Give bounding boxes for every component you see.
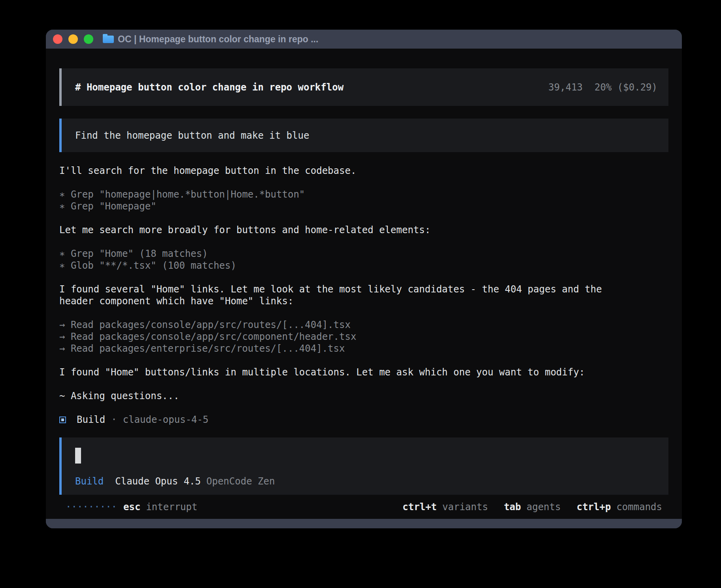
model-row: Build Claude Opus 4.5 OpenCode Zen (75, 475, 657, 487)
shortcut-agents: tab agents (504, 501, 561, 513)
tool-call-line: → Read packages/console/app/src/componen… (59, 331, 668, 343)
minimize-button[interactable] (68, 34, 78, 44)
status-bar-right: ctrl+t variants tab agents ctrl+p comman… (402, 501, 662, 513)
conversation: I'll search for the homepage button in t… (59, 165, 668, 426)
input-provider-label: OpenCode Zen (206, 475, 275, 487)
session-meta: 39,413 20% ($0.29) (548, 82, 657, 93)
tool-call-line: ∗ Grep "Homepage" (59, 200, 668, 212)
shortcut-key: tab (504, 501, 521, 513)
assistant-text: I found "Home" buttons/links in multiple… (59, 366, 668, 378)
shortcut-label: variants (442, 501, 488, 513)
context-cost: 20% ($0.29) (595, 82, 657, 93)
close-button[interactable] (53, 34, 62, 44)
assistant-text: Let me search more broadly for buttons a… (59, 224, 668, 236)
status-bar: ········· esc interrupt ctrl+t variants … (59, 500, 668, 514)
tool-calls-grep: ∗ Grep "homepage|home.*button|Home.*butt… (59, 188, 668, 212)
app-window: OC | Homepage button color change in rep… (46, 30, 682, 528)
shortcut-commands: ctrl+p commands (577, 501, 662, 513)
assistant-text: I'll search for the homepage button in t… (59, 165, 668, 177)
tool-call-line: → Read packages/enterprise/src/routes/[.… (59, 343, 668, 354)
text-cursor (75, 448, 81, 464)
prompt-input[interactable]: Build Claude Opus 4.5 OpenCode Zen (59, 437, 668, 495)
user-message: Find the homepage button and make it blu… (59, 119, 668, 152)
tool-calls-read: → Read packages/console/app/src/routes/[… (59, 319, 668, 354)
shortcut-interrupt: esc interrupt (123, 501, 197, 513)
agent-model: claude-opus-4-5 (123, 414, 209, 425)
titlebar: OC | Homepage button color change in rep… (46, 30, 682, 49)
input-model-label: Claude Opus 4.5 (115, 475, 201, 487)
tool-call-line: ∗ Glob "**/*.tsx" (100 matches) (59, 260, 668, 271)
session-title: # Homepage button color change in repo w… (75, 82, 344, 93)
session-header: # Homepage button color change in repo w… (59, 68, 668, 106)
agent-build-icon (59, 416, 66, 423)
shortcut-label: agents (527, 501, 561, 513)
shortcut-key: ctrl+t (402, 501, 437, 513)
assistant-text: I found several "Home" links. Let me loo… (59, 283, 668, 307)
zoom-button[interactable] (84, 34, 93, 44)
tool-call-line: ∗ Grep "Home" (18 matches) (59, 248, 668, 260)
user-message-text: Find the homepage button and make it blu… (75, 130, 309, 141)
tool-calls-search: ∗ Grep "Home" (18 matches) ∗ Glob "**/*.… (59, 248, 668, 271)
tool-call-line: → Read packages/console/app/src/routes/[… (59, 319, 668, 331)
shortcut-label: commands (616, 501, 662, 513)
shortcut-label: interrupt (146, 501, 197, 513)
window-bottom-edge (46, 519, 682, 528)
tool-call-line: ∗ Grep "homepage|home.*button|Home.*butt… (59, 188, 668, 200)
input-agent-label: Build (75, 475, 104, 487)
traffic-lights (53, 34, 93, 44)
agent-status: Build · claude-opus-4-5 (59, 414, 668, 426)
folder-icon (103, 36, 114, 43)
spinner-dots: ········· (66, 501, 117, 513)
shortcut-key: esc (123, 501, 140, 513)
window-title: OC | Homepage button color change in rep… (118, 34, 318, 45)
agent-name: Build (77, 414, 105, 425)
token-count: 39,413 (548, 82, 583, 93)
shortcut-variants: ctrl+t variants (402, 501, 488, 513)
shortcut-key: ctrl+p (577, 501, 611, 513)
agent-separator: · (111, 414, 117, 425)
status-bar-left: ········· esc interrupt (66, 501, 197, 513)
terminal: # Homepage button color change in repo w… (46, 49, 682, 519)
status-line: ~ Asking questions... (59, 390, 668, 402)
